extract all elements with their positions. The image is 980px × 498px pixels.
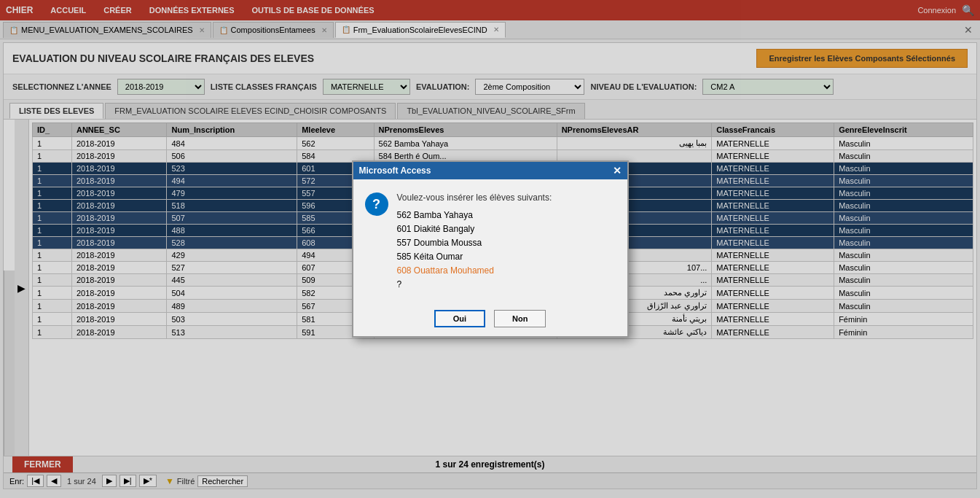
student-item: 601 Diakité Bangaly [397,222,552,236]
dialog-text: Voulez-vous insérer les élèves suivants:… [397,191,552,292]
dialog: Microsoft Access ✕ ? Voulez-vous insérer… [352,160,629,337]
student-item: 562 Bamba Yahaya [397,209,552,222]
student-item: 608 Ouattara Mouhamed [397,264,552,278]
dialog-oui-button[interactable]: Oui [434,310,485,327]
dialog-overlay: Microsoft Access ✕ ? Voulez-vous insérer… [0,0,980,492]
student-list: 562 Bamba Yahaya601 Diakité Bangaly557 D… [397,209,552,292]
student-item: ? [397,278,552,292]
dialog-titlebar: Microsoft Access ✕ [353,162,627,179]
dialog-title: Microsoft Access [359,166,431,176]
dialog-close-icon[interactable]: ✕ [613,165,622,176]
dialog-question-icon: ? [365,192,388,216]
student-item: 585 Kéita Oumar [397,250,552,264]
dialog-footer: Oui Non [353,304,627,336]
student-item: 557 Doumbia Moussa [397,236,552,250]
dialog-non-button[interactable]: Non [494,310,546,327]
dialog-body: ? Voulez-vous insérer les élèves suivant… [353,179,627,303]
dialog-message: Voulez-vous insérer les élèves suivants: [397,191,552,205]
